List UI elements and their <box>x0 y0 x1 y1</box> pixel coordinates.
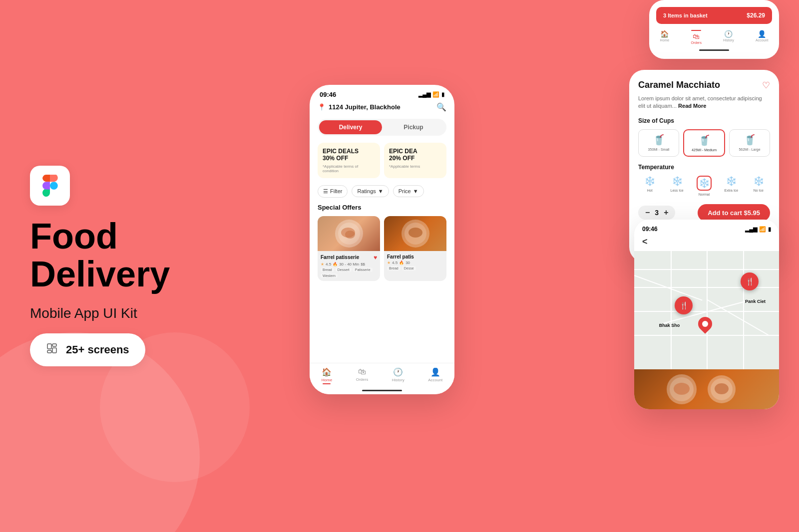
svg-rect-3 <box>52 348 56 353</box>
mini-nav-orders[interactable]: 🛍 Orders <box>691 30 701 44</box>
cup-option-large[interactable]: 🥤 562Ml - Large <box>729 129 770 157</box>
mini-nav-home[interactable]: 🏠 Home <box>660 30 670 44</box>
offer2-plate-svg <box>400 219 430 249</box>
mini-nav-history[interactable]: 🕐 History <box>723 30 734 44</box>
offer-card-1[interactable]: Farrel patisserie ♥ ★ 4.5 🔥 30 - 40 Min … <box>318 216 380 281</box>
filter-button[interactable]: ☰ Filter <box>318 185 348 198</box>
deal-card-1[interactable]: EPIC DEALS30% OFF *Applicable terms of c… <box>318 143 380 178</box>
price-chevron-icon: ▼ <box>413 188 418 194</box>
orders-nav-label: Orders <box>356 377 368 382</box>
map-wifi-icon: 📶 <box>759 226 766 233</box>
filter-icon: ☰ <box>323 188 328 195</box>
mini-nav-account[interactable]: 👤 Account <box>756 30 768 44</box>
delivery-tab-button[interactable]: Delivery <box>319 120 382 134</box>
product-title: Caramel Macchiato <box>638 80 720 90</box>
location-pin-inner <box>702 321 708 327</box>
title-line2: Delivery <box>30 254 170 294</box>
filter-row: ☰ Filter Ratings ▼ Price ▼ <box>318 185 446 198</box>
nav-history[interactable]: 🕐 History <box>392 367 404 384</box>
deal1-terms: *Applicable terms of condition <box>323 164 375 173</box>
deal2-terms: *Applicable terms <box>389 164 441 169</box>
map-road-v1 <box>671 251 672 371</box>
phone-main-inner: 09:46 ▂▄▆ 📶 ▮ 📍 1124 Jupiter, Blackhole … <box>310 85 454 394</box>
map-pin-pank-label: Pank Ciet <box>741 299 771 304</box>
special-offers-title: Special Offers <box>318 204 446 211</box>
nav-orders[interactable]: 🛍 Orders <box>356 367 368 384</box>
offer1-favorite-icon[interactable]: ♥ <box>374 254 377 261</box>
map-status-bar: 09:46 ▂▄▆ 📶 ▮ <box>634 220 779 237</box>
cup-option-small[interactable]: 🥤 350Ml - Small <box>638 129 679 157</box>
cup-large-label: 562Ml - Large <box>739 148 760 151</box>
map-status-icons: ▂▄▆ 📶 ▮ <box>745 226 771 233</box>
price-filter-button[interactable]: Price ▼ <box>393 185 424 197</box>
svg-rect-0 <box>47 344 51 349</box>
offer2-star-icon: ★ <box>387 261 391 265</box>
ratings-filter-button[interactable]: Ratings ▼ <box>352 185 389 197</box>
svg-point-16 <box>715 383 729 394</box>
offer2-tag-bread: Bread <box>387 266 400 270</box>
offer1-fire-icon: 🔥 <box>333 262 338 266</box>
read-more-link[interactable]: Read More <box>678 103 706 109</box>
quantity-control: − 3 + <box>638 206 675 220</box>
temp-extra-ice-icon: ❄️ <box>726 176 737 187</box>
home-indicator <box>699 49 729 51</box>
deal-card-2[interactable]: EPIC DEA20% OFF *Applicable terms <box>384 143 446 178</box>
basket-text: 3 Items in basket <box>663 12 708 18</box>
temp-no-ice[interactable]: ❄️ No Ice <box>747 176 770 196</box>
cup-options: 🥤 350Ml - Small 🥤 425Ml - Medium 🥤 562Ml… <box>638 129 770 157</box>
temp-hot-label: Hot <box>647 189 653 192</box>
offer-card-2[interactable]: Farrel patis ★ 4.5 🔥 30 Bread Desse <box>384 216 446 281</box>
cup-medium-icon: 🥤 <box>698 134 711 146</box>
map-grid <box>634 251 779 371</box>
map-food-strip <box>634 369 779 409</box>
offer1-time: 30 - 40 Min <box>339 262 359 266</box>
offer2-info: Farrel patis ★ 4.5 🔥 30 Bread Desse <box>384 251 446 273</box>
offer2-rating-value: 4.5 <box>392 261 398 265</box>
qty-decrease-button[interactable]: − <box>645 209 650 217</box>
temp-less-ice-label: Less Ice <box>671 189 684 192</box>
subtitle: Mobile App UI Kit <box>30 305 240 321</box>
phone-orders: 3 Items in basket $26.29 🏠 Home 🛍 Orders… <box>649 0 779 59</box>
offer1-tag-patisserie: Patisserie <box>353 267 373 272</box>
screens-badge: 25+ screens <box>30 333 145 366</box>
map-road-v3 <box>743 251 744 371</box>
map-container: 🍴 Bhak Sho 🍴 Pank Ciet <box>634 251 779 371</box>
qty-increase-button[interactable]: + <box>664 209 668 217</box>
offer1-name: Farrel patisserie <box>321 255 359 260</box>
nav-account[interactable]: 👤 Account <box>428 367 442 384</box>
map-road-d3 <box>707 299 770 336</box>
temp-hot[interactable]: ❄️ Hot <box>638 176 661 196</box>
screens-count: 25+ screens <box>66 343 129 356</box>
basket-price: $26.29 <box>747 12 765 19</box>
search-icon[interactable]: 🔍 <box>436 102 446 112</box>
cup-large-icon: 🥤 <box>744 134 756 146</box>
main-content: 📍 1124 Jupiter, Blackhole 🔍 Delivery Pic… <box>310 102 454 281</box>
map-signal-icon: ▂▄▆ <box>745 226 757 233</box>
status-icons: ▂▄▆ 📶 ▮ <box>418 91 444 98</box>
signal-icon: ▂▄▆ <box>418 91 430 98</box>
pickup-tab-button[interactable]: Pickup <box>382 120 445 134</box>
temp-less-ice[interactable]: ❄️ Less Ice <box>665 176 688 196</box>
history-nav-icon: 🕐 <box>393 367 403 377</box>
temp-extra-ice-label: Extra Ice <box>725 189 739 192</box>
favorite-icon[interactable]: ♡ <box>762 80 770 91</box>
cup-small-icon: 🥤 <box>653 134 665 146</box>
svg-point-10 <box>408 228 422 238</box>
nav-home[interactable]: 🏠 Home <box>322 367 332 384</box>
svg-point-7 <box>345 231 355 239</box>
temp-extra-ice[interactable]: ❄️ Extra Ice <box>720 176 743 196</box>
offer2-rating-row: ★ 4.5 🔥 30 <box>387 261 443 265</box>
offer2-tag-desse: Desse <box>402 266 416 270</box>
restaurant-pin2-icon: 🍴 <box>746 277 754 285</box>
temp-normal[interactable]: ❄️ Normal <box>693 176 716 196</box>
add-to-cart-button[interactable]: Add to cart $5.95 <box>698 204 770 222</box>
battery-icon: ▮ <box>441 91 444 98</box>
offer2-name-row: Farrel patis <box>387 254 443 260</box>
map-back-button[interactable]: < <box>634 237 779 251</box>
cart-row: − 3 + Add to cart $5.95 <box>638 204 770 222</box>
temp-normal-icon: ❄️ <box>699 178 710 188</box>
phone-main: 09:46 ▂▄▆ 📶 ▮ 📍 1124 Jupiter, Blackhole … <box>310 85 454 394</box>
basket-bar: 3 Items in basket $26.29 <box>656 7 772 24</box>
offer2-name: Farrel patis <box>387 254 414 260</box>
cup-option-medium[interactable]: 🥤 425Ml - Medium <box>683 129 725 157</box>
